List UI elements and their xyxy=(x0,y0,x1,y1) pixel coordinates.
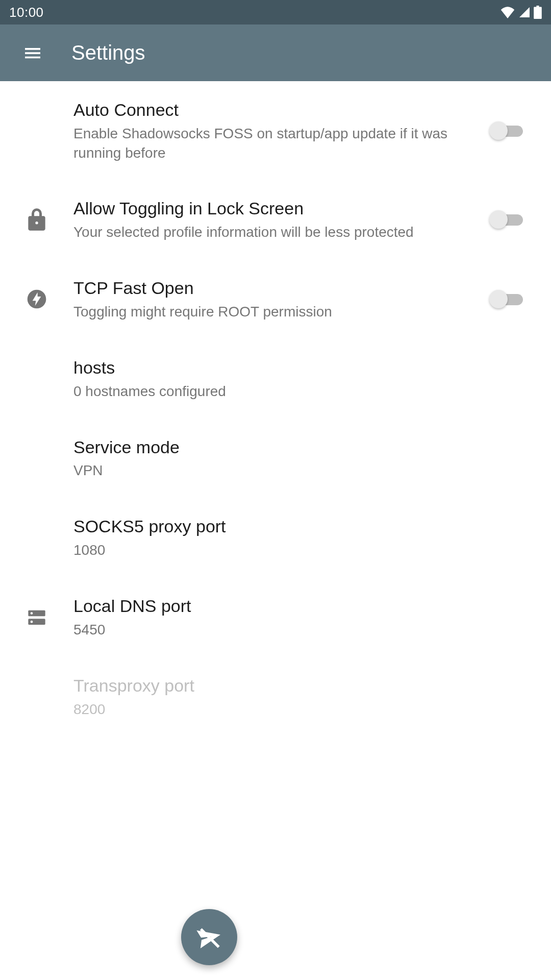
dns-icon xyxy=(27,607,47,627)
lock-icon xyxy=(27,207,47,232)
setting-socks5-port[interactable]: SOCKS5 proxy port 1080 xyxy=(0,498,551,577)
setting-local-dns-port[interactable]: Local DNS port 5450 xyxy=(0,577,551,657)
bolt-circle-icon xyxy=(27,289,47,309)
fab-connect[interactable] xyxy=(181,909,237,965)
wifi-icon xyxy=(500,6,515,18)
switch-thumb xyxy=(489,121,508,140)
setting-service-mode[interactable]: Service mode VPN xyxy=(0,419,551,498)
setting-title: hosts xyxy=(73,356,520,380)
hamburger-icon xyxy=(22,43,43,63)
setting-subtitle: Enable Shadowsocks FOSS on startup/app u… xyxy=(73,124,471,163)
page-title: Settings xyxy=(71,41,145,64)
svg-point-4 xyxy=(31,612,33,615)
switch-thumb xyxy=(489,210,508,229)
setting-subtitle: 8200 xyxy=(73,700,520,719)
switch-allow-toggling-lockscreen[interactable] xyxy=(489,209,523,230)
setting-subtitle: 5450 xyxy=(73,620,520,640)
setting-tcp-fast-open[interactable]: TCP Fast Open Toggling might require ROO… xyxy=(0,259,551,339)
cell-signal-icon xyxy=(518,6,531,18)
svg-point-0 xyxy=(35,222,38,224)
setting-allow-toggling-lockscreen[interactable]: Allow Toggling in Lock Screen Your selec… xyxy=(0,180,551,259)
setting-subtitle: Toggling might require ROOT permission xyxy=(73,302,471,322)
setting-title: Allow Toggling in Lock Screen xyxy=(73,197,471,220)
setting-title: SOCKS5 proxy port xyxy=(73,515,520,538)
setting-transproxy-port: Transproxy port 8200 xyxy=(0,657,551,737)
status-system-icons xyxy=(500,6,542,19)
setting-title: Local DNS port xyxy=(73,595,520,618)
setting-title: Service mode xyxy=(73,436,520,459)
status-time: 10:00 xyxy=(9,5,44,20)
switch-thumb xyxy=(489,290,508,308)
setting-subtitle: VPN xyxy=(73,461,520,480)
setting-hosts[interactable]: hosts 0 hostnames configured xyxy=(0,339,551,419)
svg-point-5 xyxy=(31,621,33,623)
setting-title: Auto Connect xyxy=(73,99,471,122)
setting-subtitle: 0 hostnames configured xyxy=(73,382,520,401)
setting-title: Transproxy port xyxy=(73,674,520,698)
status-bar: 10:00 xyxy=(0,0,551,24)
setting-title: TCP Fast Open xyxy=(73,277,471,300)
settings-list: Auto Connect Enable Shadowsocks FOSS on … xyxy=(0,81,551,980)
battery-icon xyxy=(534,6,542,19)
setting-auto-connect[interactable]: Auto Connect Enable Shadowsocks FOSS on … xyxy=(0,81,551,180)
setting-subtitle: 1080 xyxy=(73,541,520,560)
app-bar: Settings xyxy=(0,24,551,81)
airplane-off-icon xyxy=(195,923,223,951)
switch-auto-connect[interactable] xyxy=(489,120,523,141)
setting-subtitle: Your selected profile information will b… xyxy=(73,223,471,242)
menu-button[interactable] xyxy=(18,39,47,67)
switch-tcp-fast-open[interactable] xyxy=(489,289,523,309)
